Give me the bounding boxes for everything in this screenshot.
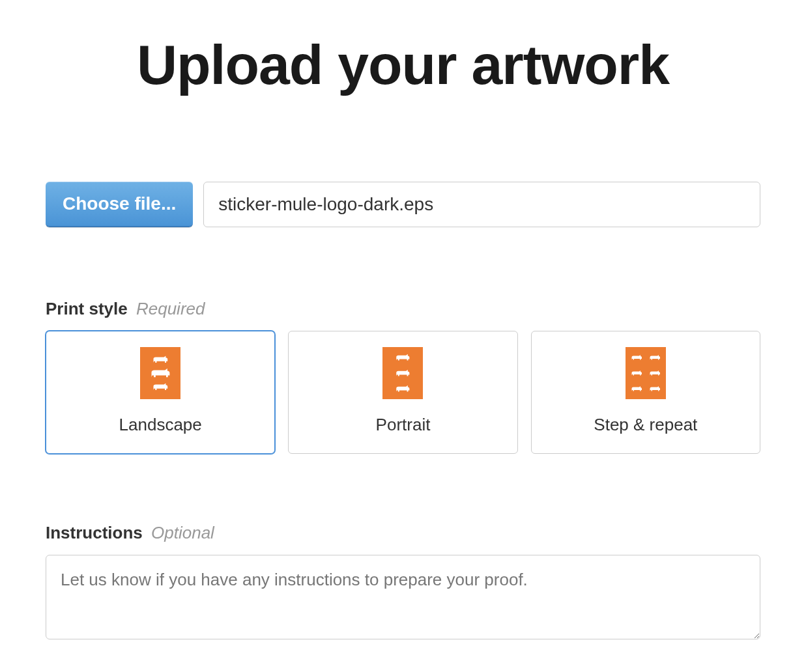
- print-style-label: Print style Required: [46, 299, 760, 319]
- print-option-portrait[interactable]: Portrait: [288, 331, 517, 454]
- step-repeat-icon: [626, 347, 666, 399]
- instructions-textarea[interactable]: [46, 555, 760, 639]
- print-option-label: Landscape: [119, 415, 202, 435]
- print-option-label: Portrait: [376, 415, 431, 435]
- instructions-section: Instructions Optional: [46, 523, 760, 642]
- portrait-icon: [382, 347, 423, 399]
- file-row: Choose file...: [46, 182, 760, 227]
- print-style-label-text: Print style: [46, 299, 128, 318]
- filename-input[interactable]: [203, 182, 760, 227]
- instructions-label-text: Instructions: [46, 523, 143, 542]
- print-style-section: Print style Required Landscape: [46, 299, 760, 454]
- print-option-label: Step & repeat: [594, 415, 697, 435]
- instructions-tag: Optional: [151, 523, 214, 542]
- instructions-label: Instructions Optional: [46, 523, 760, 543]
- print-option-landscape[interactable]: Landscape: [46, 331, 275, 454]
- page-title: Upload your artwork: [46, 33, 760, 97]
- upload-artwork-form: Upload your artwork Choose file... Print…: [0, 0, 806, 672]
- print-style-options: Landscape Portrait: [46, 331, 760, 454]
- landscape-icon: [140, 347, 180, 399]
- print-option-step-repeat[interactable]: Step & repeat: [531, 331, 760, 454]
- choose-file-button[interactable]: Choose file...: [46, 182, 193, 227]
- print-style-tag: Required: [136, 299, 205, 318]
